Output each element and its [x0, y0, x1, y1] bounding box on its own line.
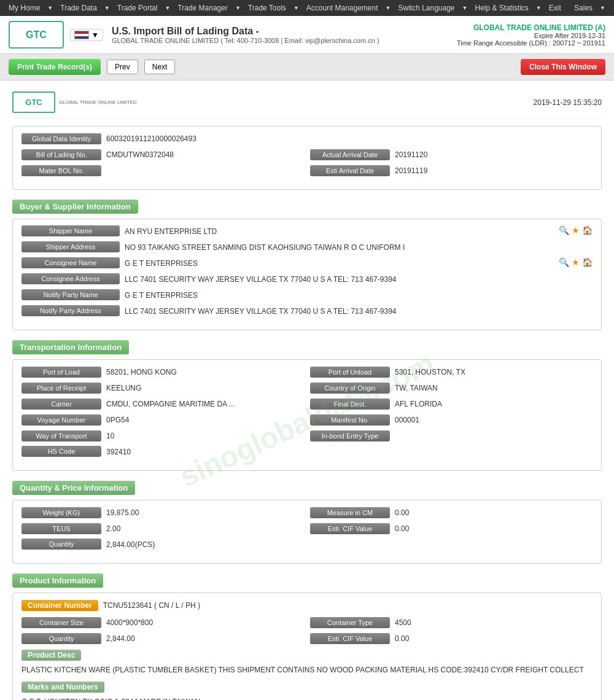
teus-cif-row: TEUS 2.00 Esti. CIF Value 0.00: [21, 523, 593, 535]
port-of-load-value: 58201, HONG KONG: [101, 366, 304, 378]
consignee-address-row: Consignee Address LLC 7401 SECURITY WAY …: [21, 273, 593, 286]
container-type-value: 4500: [390, 616, 593, 629]
voyage-number-value: 0PG54: [101, 414, 304, 426]
hs-code-value: 392410: [101, 446, 593, 458]
carrier-value: CMDU, COMPAGNIE MARITIME DA ...: [101, 398, 304, 410]
buyer-supplier-title: Buyer & Supplier Information: [12, 200, 138, 214]
hs-code-label: HS Code: [21, 446, 101, 457]
nav-switch-language[interactable]: Switch Language: [394, 0, 458, 16]
nav-trade-manager[interactable]: Trade Manager: [174, 0, 231, 16]
nav-arrow-1: ▼: [101, 0, 114, 16]
consignee-address-label: Consignee Address: [21, 273, 120, 284]
consignee-address-value: LLC 7401 SECURITY WAY JERSEY VILLAGE TX …: [120, 273, 593, 286]
measure-in-cm-value: 0.00: [390, 507, 593, 519]
marks-numbers-label: Marks and Numbers: [21, 682, 104, 693]
global-data-identity-value: 6003201911210000026493: [101, 133, 593, 145]
marks-numbers-block: Marks and Numbers G.E.T. HOUSTON,TX C/NO…: [21, 682, 593, 700]
next-button[interactable]: Next: [144, 60, 176, 74]
mater-bol-col: Mater BOL No.: [21, 165, 304, 177]
place-of-receipt-label: Place of Receipt: [21, 383, 101, 394]
nav-right-arrow: ▼: [596, 0, 609, 16]
quantity-row: Quantity 2,844.00(PCS): [21, 539, 593, 551]
nav-right-sales[interactable]: Sales: [570, 0, 596, 16]
mater-esti-row: Mater BOL No. Esti Arrival Date 20191119: [21, 165, 593, 177]
page-header: GTC ▼ U.S. Import Bill of Lading Data - …: [0, 16, 614, 54]
place-country-row: Place of Receipt KEELUNG Country of Orig…: [21, 382, 593, 394]
shipper-address-label: Shipper Address: [21, 241, 120, 252]
transport-inbond-row: Way of Transport 10 In-bond Entry Type: [21, 430, 593, 442]
us-flag-icon: [74, 31, 89, 39]
actual-arrival-value: 20191120: [390, 149, 593, 161]
manifest-no-label: Manifest No.: [310, 414, 390, 426]
voyage-manifest-row: Voyage Number 0PG54 Manifest No. 000001: [21, 414, 593, 426]
nav-trade-portal[interactable]: Trade Portal: [114, 0, 161, 16]
product-desc-block: Product Desc PLASTIC KITCHEN WARE (PLAST…: [21, 650, 593, 677]
port-of-unload-label: Port of Unload: [310, 367, 390, 378]
nav-arrow-7: ▼: [532, 0, 545, 16]
nav-trade-data[interactable]: Trade Data: [56, 0, 101, 16]
nav-trade-tools[interactable]: Trade Tools: [244, 0, 290, 16]
container-number-row: Container Number TCNU5123641 ( CN / L / …: [21, 599, 593, 612]
transportation-title: Transportation Information: [12, 340, 129, 354]
product-esti-cif-label: Esti. CIF Value: [310, 633, 390, 644]
measure-in-cm-label: Measure in CM: [310, 507, 390, 518]
port-of-load-label: Port of Load: [21, 367, 101, 378]
nav-arrow-0: ▼: [44, 0, 56, 16]
port-of-unload-value: 5301, HOUSTON, TX: [390, 366, 593, 378]
container-size-value: 4000*900*800: [101, 616, 304, 629]
weight-measure-row: Weight (KG) 19,875.00 Measure in CM 0.00: [21, 507, 593, 519]
actual-arrival-col: Actual Arrival Date 20191120: [310, 149, 593, 161]
shipper-address-row: Shipper Address NO 93 TAIKANG STREET SAN…: [21, 241, 593, 254]
buyer-supplier-section: Buyer & Supplier Information Shipper Nam…: [12, 200, 602, 330]
bol-actual-row: Bill of Lading No. CMDUTWN0372048 Actual…: [21, 149, 593, 161]
final-dest-value: AFL FLORIDA: [390, 398, 593, 410]
consignee-name-value: G E T ENTERPRISES: [120, 257, 556, 270]
header-right-info: GLOBAL TRADE ONLINE LIMITED (A) Expire A…: [457, 23, 605, 47]
carrier-label: Carrier: [21, 399, 101, 410]
account-company-name: GLOBAL TRADE ONLINE LIMITED (A): [457, 23, 605, 32]
logo-area: GTC ▼: [9, 21, 103, 49]
logo-text: GTC: [26, 29, 47, 41]
close-window-button[interactable]: Close This Window: [521, 59, 605, 75]
voyage-number-label: Voyage Number: [21, 414, 101, 426]
quantity-label: Quantity: [21, 539, 101, 550]
mater-bol-value: [101, 169, 304, 173]
container-size-label: Container Size: [21, 617, 101, 628]
flag-selector[interactable]: ▼: [70, 29, 103, 41]
shipper-address-value: NO 93 TAIKANG STREET SANMING DIST KAOHSI…: [120, 241, 593, 254]
prev-button[interactable]: Prev: [107, 60, 138, 74]
expire-date: Expire After 2019-12-31: [457, 32, 605, 39]
nav-help-statistics[interactable]: Help & Statistics: [471, 0, 532, 16]
transportation-section: Transportation Information Port of Load …: [12, 340, 602, 471]
way-of-transport-value: 10: [101, 430, 304, 442]
global-data-identity-label: Global Data Identity: [21, 133, 101, 144]
quantity-value: 2,844.00(PCS): [101, 539, 593, 551]
notify-party-address-row: Notify Party Address LLC 7401 SECURITY W…: [21, 305, 593, 317]
print-trade-records-button[interactable]: Print Trade Record(s): [9, 59, 101, 75]
product-quantity-value: 2,844.00: [101, 632, 304, 645]
consignee-home-icon[interactable]: 🏠: [582, 257, 593, 267]
way-of-transport-label: Way of Transport: [21, 430, 101, 441]
bol-no-col: Bill of Lading No. CMDUTWN0372048: [21, 149, 304, 161]
shipper-search-icon[interactable]: 🔍: [559, 225, 569, 235]
nav-my-home[interactable]: My Home: [5, 0, 44, 16]
consignee-name-row: Consignee Name G E T ENTERPRISES 🔍 ★ 🏠: [21, 257, 593, 270]
company-logo: GTC: [9, 21, 64, 49]
notify-party-address-label: Notify Party Address: [21, 305, 120, 316]
nav-account-management[interactable]: Account Management: [303, 0, 382, 16]
product-quantity-label: Quantity: [21, 633, 101, 644]
shipper-name-row: Shipper Name AN RYU ENTERPRISE LTD 🔍 ★ 🏠: [21, 225, 593, 238]
shipper-star-icon[interactable]: ★: [572, 225, 580, 235]
place-of-receipt-value: KEELUNG: [101, 382, 304, 394]
consignee-search-icon[interactable]: 🔍: [559, 257, 569, 267]
nav-arrow-5: ▼: [382, 0, 395, 16]
shipper-home-icon[interactable]: 🏠: [582, 225, 593, 235]
product-esti-cif-value: 0.00: [390, 632, 593, 645]
bol-no-label: Bill of Lading No.: [21, 149, 101, 160]
nav-exit[interactable]: Exit: [545, 0, 565, 16]
shipper-name-label: Shipper Name: [21, 225, 120, 236]
record-logo-subtext: GLOBAL TRADE ONLINE LIMITED: [59, 99, 137, 105]
notify-party-name-row: Notify Party Name G E T ENTERPRISES: [21, 289, 593, 301]
consignee-star-icon[interactable]: ★: [572, 257, 580, 267]
top-nav: My Home ▼ Trade Data ▼ Trade Portal ▼ Tr…: [0, 0, 614, 16]
